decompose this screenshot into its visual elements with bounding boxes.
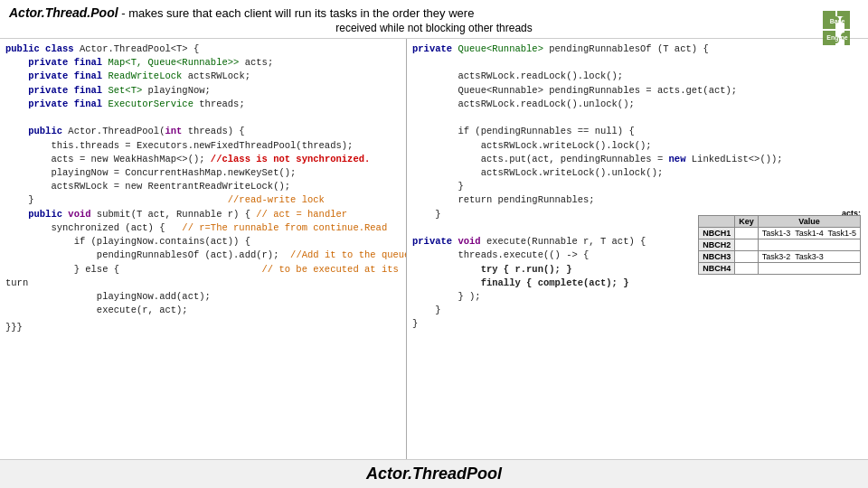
code-line: this.threads = Executors.newFixedThreadP… bbox=[5, 139, 401, 153]
code-line: private final ExecutorService threads; bbox=[5, 98, 401, 111]
code-line: finally { complete(act); } bbox=[412, 277, 863, 290]
table-cell-label: NBCH2 bbox=[699, 239, 735, 251]
code-line: actsRWLock.writeLock().unlock(); bbox=[412, 166, 863, 180]
code-line: } //read-write lock bbox=[5, 193, 401, 207]
svg-text:Base: Base bbox=[830, 18, 845, 24]
code-line: synchronized (act) { // r=The runnable f… bbox=[5, 221, 401, 235]
code-line: pendingRunnablesOf (act).add(r); //Add i… bbox=[5, 249, 401, 262]
acts-table: Key Value NBCH1 Task1-3 Task1-4 Task1-5 … bbox=[698, 215, 861, 275]
code-line: private final Set<T> playingNow; bbox=[5, 84, 401, 98]
code-line: actsRWLock = new ReentrantReadWriteLock(… bbox=[5, 180, 401, 193]
table-row: NBCH3 Task3-2 Task3-3 bbox=[699, 251, 861, 263]
table-cell-value: Task1-3 Task1-4 Task1-5 bbox=[758, 228, 860, 239]
table-row: NBCH1 Task1-3 Task1-4 Task1-5 bbox=[699, 228, 861, 239]
table-row: NBCH4 bbox=[699, 263, 861, 275]
code-line: actsRWLock.readLock().lock(); bbox=[412, 70, 863, 83]
code-line-end: }}} bbox=[5, 321, 401, 334]
table-header-empty bbox=[699, 216, 735, 228]
code-line: } bbox=[412, 180, 863, 193]
table-cell-label: NBCH1 bbox=[699, 228, 735, 239]
code-line: playingNow.add(act); bbox=[5, 290, 401, 304]
code-line: } bbox=[412, 304, 863, 317]
code-line: private Queue<Runnable> pendingRunnables… bbox=[412, 42, 863, 56]
code-line: private final ReadWriteLock actsRWLock; bbox=[5, 70, 401, 83]
footer: Actor.ThreadPool bbox=[0, 459, 868, 488]
footer-text: Actor.ThreadPool bbox=[366, 465, 502, 483]
code-line: public Actor.ThreadPool(int threads) { bbox=[5, 125, 401, 138]
header-subtitle: received while not blocking other thread… bbox=[9, 22, 859, 34]
code-line: turn bbox=[5, 277, 401, 290]
code-line: acts.put(act, pendingRunnables = new Lin… bbox=[412, 153, 863, 166]
table-row: NBCH2 bbox=[699, 239, 861, 251]
left-code-panel: public class Actor.ThreadPool<T> { priva… bbox=[0, 39, 407, 464]
table-cell-value bbox=[758, 263, 860, 275]
right-code-panel: private Queue<Runnable> pendingRunnables… bbox=[407, 39, 868, 464]
code-line: actsRWLock.writeLock().lock(); bbox=[412, 139, 863, 153]
code-line bbox=[412, 56, 863, 70]
code-line bbox=[412, 111, 863, 125]
table-cell-key bbox=[735, 251, 759, 263]
code-line: if (pendingRunnables == null) { bbox=[412, 125, 863, 138]
code-line: private final Map<T, Queue<Runnable>> ac… bbox=[5, 56, 401, 70]
code-line: actsRWLock.readLock().unlock(); bbox=[412, 98, 863, 111]
code-line: acts = new WeakHashMap<>(); //class is n… bbox=[5, 153, 401, 166]
title-classname: Actor.Thread.Pool bbox=[9, 5, 118, 20]
code-line: return pendingRunnables; bbox=[412, 193, 863, 207]
table-header-value: Value bbox=[758, 216, 860, 228]
table-cell-label: NBCH3 bbox=[699, 251, 735, 263]
code-line: playingNow = ConcurrentHashMap.newKeySet… bbox=[5, 166, 401, 180]
main-content: public class Actor.ThreadPool<T> { priva… bbox=[0, 39, 868, 464]
header: Actor.Thread.Pool - makes sure that each… bbox=[0, 0, 868, 39]
code-line: public class Actor.ThreadPool<T> { bbox=[5, 42, 401, 56]
table-header-key: Key bbox=[735, 216, 759, 228]
table-cell-key bbox=[735, 239, 759, 251]
table-cell-value bbox=[758, 239, 860, 251]
code-line: execute(r, act); bbox=[5, 304, 401, 317]
code-line: if (playingNow.contains(act)) { bbox=[5, 235, 401, 249]
code-line: } bbox=[412, 317, 863, 331]
table-cell-key bbox=[735, 263, 759, 275]
table-cell-value: Task3-2 Task3-3 bbox=[758, 251, 860, 263]
table-cell-label: NBCH4 bbox=[699, 263, 735, 275]
code-line: } ); bbox=[412, 290, 863, 304]
code-line: Queue<Runnable> pendingRunnables = acts.… bbox=[412, 84, 863, 98]
header-title: Actor.Thread.Pool - makes sure that each… bbox=[9, 5, 859, 20]
title-rest: - makes sure that each client will run i… bbox=[118, 6, 475, 20]
code-line: public void submit(T act, Runnable r) { … bbox=[5, 208, 401, 221]
code-line: } else { // to be executed at its bbox=[5, 263, 401, 277]
table-cell-key bbox=[735, 228, 759, 239]
code-line bbox=[5, 111, 401, 125]
